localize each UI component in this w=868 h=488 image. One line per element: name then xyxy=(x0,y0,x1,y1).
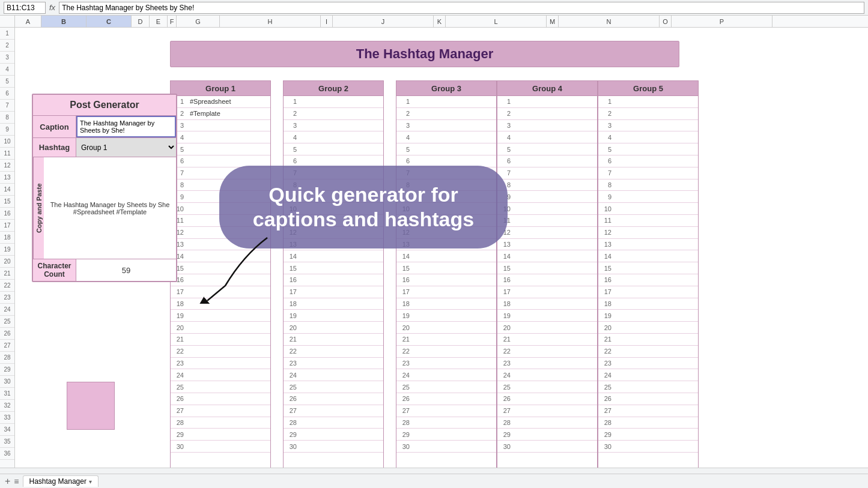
col-header-e[interactable]: E xyxy=(150,16,168,27)
row-number: 11 xyxy=(0,148,14,160)
row-number: 28 xyxy=(0,352,14,364)
col-header-o[interactable]: O xyxy=(660,16,672,27)
row-number: 9 xyxy=(0,124,14,136)
col-header-i[interactable]: I xyxy=(321,16,333,27)
formula-input[interactable]: The Hashtag Manager by Sheets by She! xyxy=(59,2,864,14)
col-header-b[interactable]: B xyxy=(41,16,86,27)
sheet-content[interactable]: The Hashtag Manager Group 1 1#Spreadshee… xyxy=(15,28,868,474)
row-number-header xyxy=(0,16,15,27)
row-number: 20 xyxy=(0,256,14,268)
col-header-d[interactable]: D xyxy=(132,16,150,27)
row-number: 14 xyxy=(0,184,14,196)
row-number: 4 xyxy=(0,64,14,76)
col-header-h[interactable]: H xyxy=(220,16,321,27)
row-number: 25 xyxy=(0,316,14,328)
row-number: 7 xyxy=(0,100,14,112)
row-number: 19 xyxy=(0,244,14,256)
row-number: 22 xyxy=(0,280,14,292)
column-headers: A B C D E F G H I J K L M N O P xyxy=(0,16,868,28)
col-header-j[interactable]: J xyxy=(333,16,434,27)
grid-background xyxy=(15,28,868,474)
row-number: 31 xyxy=(0,388,14,400)
col-header-p[interactable]: P xyxy=(672,16,772,27)
col-header-c[interactable]: C xyxy=(86,16,132,27)
formula-bar-container: B11:C13 fx The Hashtag Manager by Sheets… xyxy=(0,0,868,16)
row-number: 29 xyxy=(0,364,14,376)
row-number: 18 xyxy=(0,232,14,244)
cell-reference-box[interactable]: B11:C13 xyxy=(4,2,46,14)
row-number: 1 xyxy=(0,28,14,40)
row-number: 21 xyxy=(0,268,14,280)
row-number: 33 xyxy=(0,412,14,424)
row-number: 23 xyxy=(0,292,14,304)
sheet-area: 1234567891011121314151617181920212223242… xyxy=(0,28,868,474)
row-number: 2 xyxy=(0,40,14,52)
col-header-g[interactable]: G xyxy=(177,16,220,27)
row-number: 26 xyxy=(0,328,14,340)
row-number: 10 xyxy=(0,136,14,148)
row-number: 15 xyxy=(0,196,14,208)
row-number: 3 xyxy=(0,52,14,64)
row-number: 30 xyxy=(0,376,14,388)
row-number: 34 xyxy=(0,424,14,436)
formula-icon: fx xyxy=(49,3,55,12)
row-number: 17 xyxy=(0,220,14,232)
row-number: 5 xyxy=(0,76,14,88)
row-number: 13 xyxy=(0,172,14,184)
row-numbers: 1234567891011121314151617181920212223242… xyxy=(0,28,15,474)
row-number: 24 xyxy=(0,304,14,316)
row-number: 32 xyxy=(0,400,14,412)
col-header-f[interactable]: F xyxy=(168,16,177,27)
row-number: 35 xyxy=(0,436,14,448)
col-header-m[interactable]: M xyxy=(547,16,559,27)
row-number: 12 xyxy=(0,160,14,172)
row-number: 16 xyxy=(0,208,14,220)
col-header-n[interactable]: N xyxy=(559,16,660,27)
col-header-k[interactable]: K xyxy=(434,16,446,27)
horizontal-scrollbar[interactable] xyxy=(0,468,868,474)
col-header-l[interactable]: L xyxy=(446,16,547,27)
row-number: 27 xyxy=(0,340,14,352)
row-number: 8 xyxy=(0,112,14,124)
col-header-a[interactable]: A xyxy=(15,16,41,27)
row-number: 36 xyxy=(0,448,14,460)
row-number: 6 xyxy=(0,88,14,100)
